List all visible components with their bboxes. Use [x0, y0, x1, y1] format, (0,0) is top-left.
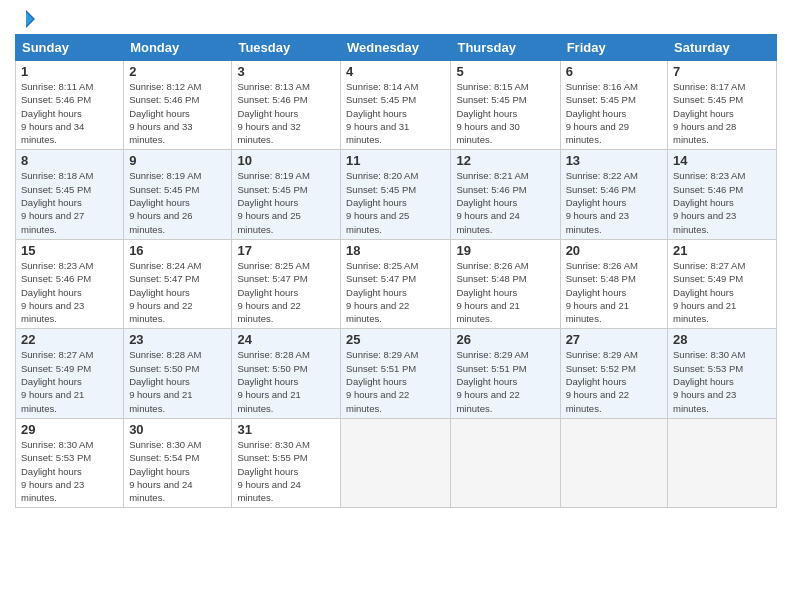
day-number: 30: [129, 422, 226, 437]
day-info: Sunrise: 8:26 AM Sunset: 5:48 PM Dayligh…: [456, 259, 554, 325]
calendar-week-3: 15 Sunrise: 8:23 AM Sunset: 5:46 PM Dayl…: [16, 239, 777, 328]
day-info: Sunrise: 8:21 AM Sunset: 5:46 PM Dayligh…: [456, 169, 554, 235]
day-number: 4: [346, 64, 445, 79]
calendar-header-thursday: Thursday: [451, 35, 560, 61]
calendar-cell: 17 Sunrise: 8:25 AM Sunset: 5:47 PM Dayl…: [232, 239, 341, 328]
day-info: Sunrise: 8:16 AM Sunset: 5:45 PM Dayligh…: [566, 80, 662, 146]
day-number: 16: [129, 243, 226, 258]
day-info: Sunrise: 8:27 AM Sunset: 5:49 PM Dayligh…: [673, 259, 771, 325]
calendar-header-saturday: Saturday: [668, 35, 777, 61]
day-number: 12: [456, 153, 554, 168]
day-number: 25: [346, 332, 445, 347]
calendar-header-friday: Friday: [560, 35, 667, 61]
calendar-cell: 31 Sunrise: 8:30 AM Sunset: 5:55 PM Dayl…: [232, 418, 341, 507]
calendar-cell: 2 Sunrise: 8:12 AM Sunset: 5:46 PM Dayli…: [124, 61, 232, 150]
day-number: 20: [566, 243, 662, 258]
calendar-cell: 24 Sunrise: 8:28 AM Sunset: 5:50 PM Dayl…: [232, 329, 341, 418]
calendar-cell: 6 Sunrise: 8:16 AM Sunset: 5:45 PM Dayli…: [560, 61, 667, 150]
calendar-cell: 12 Sunrise: 8:21 AM Sunset: 5:46 PM Dayl…: [451, 150, 560, 239]
day-info: Sunrise: 8:17 AM Sunset: 5:45 PM Dayligh…: [673, 80, 771, 146]
header: [15, 10, 777, 28]
day-info: Sunrise: 8:19 AM Sunset: 5:45 PM Dayligh…: [237, 169, 335, 235]
day-number: 9: [129, 153, 226, 168]
day-number: 8: [21, 153, 118, 168]
day-number: 3: [237, 64, 335, 79]
calendar-week-2: 8 Sunrise: 8:18 AM Sunset: 5:45 PM Dayli…: [16, 150, 777, 239]
day-number: 28: [673, 332, 771, 347]
calendar-week-1: 1 Sunrise: 8:11 AM Sunset: 5:46 PM Dayli…: [16, 61, 777, 150]
day-info: Sunrise: 8:15 AM Sunset: 5:45 PM Dayligh…: [456, 80, 554, 146]
logo-icon: [17, 10, 35, 28]
day-info: Sunrise: 8:29 AM Sunset: 5:52 PM Dayligh…: [566, 348, 662, 414]
calendar-cell: 19 Sunrise: 8:26 AM Sunset: 5:48 PM Dayl…: [451, 239, 560, 328]
day-info: Sunrise: 8:25 AM Sunset: 5:47 PM Dayligh…: [346, 259, 445, 325]
day-info: Sunrise: 8:28 AM Sunset: 5:50 PM Dayligh…: [237, 348, 335, 414]
calendar-cell: 23 Sunrise: 8:28 AM Sunset: 5:50 PM Dayl…: [124, 329, 232, 418]
calendar-cell: 1 Sunrise: 8:11 AM Sunset: 5:46 PM Dayli…: [16, 61, 124, 150]
calendar-cell: 8 Sunrise: 8:18 AM Sunset: 5:45 PM Dayli…: [16, 150, 124, 239]
day-number: 1: [21, 64, 118, 79]
day-info: Sunrise: 8:30 AM Sunset: 5:54 PM Dayligh…: [129, 438, 226, 504]
calendar-cell: 14 Sunrise: 8:23 AM Sunset: 5:46 PM Dayl…: [668, 150, 777, 239]
calendar-week-4: 22 Sunrise: 8:27 AM Sunset: 5:49 PM Dayl…: [16, 329, 777, 418]
day-info: Sunrise: 8:30 AM Sunset: 5:53 PM Dayligh…: [21, 438, 118, 504]
calendar-cell: 5 Sunrise: 8:15 AM Sunset: 5:45 PM Dayli…: [451, 61, 560, 150]
day-info: Sunrise: 8:19 AM Sunset: 5:45 PM Dayligh…: [129, 169, 226, 235]
calendar-cell: 11 Sunrise: 8:20 AM Sunset: 5:45 PM Dayl…: [341, 150, 451, 239]
calendar-header-row: SundayMondayTuesdayWednesdayThursdayFrid…: [16, 35, 777, 61]
calendar-cell: [560, 418, 667, 507]
day-number: 19: [456, 243, 554, 258]
day-number: 7: [673, 64, 771, 79]
day-number: 24: [237, 332, 335, 347]
day-info: Sunrise: 8:14 AM Sunset: 5:45 PM Dayligh…: [346, 80, 445, 146]
day-number: 18: [346, 243, 445, 258]
calendar-cell: [668, 418, 777, 507]
calendar-cell: 25 Sunrise: 8:29 AM Sunset: 5:51 PM Dayl…: [341, 329, 451, 418]
calendar-cell: [341, 418, 451, 507]
calendar-week-5: 29 Sunrise: 8:30 AM Sunset: 5:53 PM Dayl…: [16, 418, 777, 507]
calendar-header-sunday: Sunday: [16, 35, 124, 61]
day-info: Sunrise: 8:25 AM Sunset: 5:47 PM Dayligh…: [237, 259, 335, 325]
day-number: 14: [673, 153, 771, 168]
calendar-cell: 27 Sunrise: 8:29 AM Sunset: 5:52 PM Dayl…: [560, 329, 667, 418]
day-info: Sunrise: 8:23 AM Sunset: 5:46 PM Dayligh…: [21, 259, 118, 325]
calendar-header-monday: Monday: [124, 35, 232, 61]
day-info: Sunrise: 8:29 AM Sunset: 5:51 PM Dayligh…: [346, 348, 445, 414]
day-number: 17: [237, 243, 335, 258]
day-number: 13: [566, 153, 662, 168]
day-info: Sunrise: 8:11 AM Sunset: 5:46 PM Dayligh…: [21, 80, 118, 146]
day-number: 26: [456, 332, 554, 347]
day-number: 2: [129, 64, 226, 79]
day-info: Sunrise: 8:20 AM Sunset: 5:45 PM Dayligh…: [346, 169, 445, 235]
day-info: Sunrise: 8:22 AM Sunset: 5:46 PM Dayligh…: [566, 169, 662, 235]
day-number: 27: [566, 332, 662, 347]
day-number: 11: [346, 153, 445, 168]
calendar-cell: 9 Sunrise: 8:19 AM Sunset: 5:45 PM Dayli…: [124, 150, 232, 239]
calendar-cell: 20 Sunrise: 8:26 AM Sunset: 5:48 PM Dayl…: [560, 239, 667, 328]
day-info: Sunrise: 8:18 AM Sunset: 5:45 PM Dayligh…: [21, 169, 118, 235]
day-number: 15: [21, 243, 118, 258]
calendar-cell: 26 Sunrise: 8:29 AM Sunset: 5:51 PM Dayl…: [451, 329, 560, 418]
calendar-cell: 4 Sunrise: 8:14 AM Sunset: 5:45 PM Dayli…: [341, 61, 451, 150]
calendar-cell: 22 Sunrise: 8:27 AM Sunset: 5:49 PM Dayl…: [16, 329, 124, 418]
calendar-cell: 10 Sunrise: 8:19 AM Sunset: 5:45 PM Dayl…: [232, 150, 341, 239]
day-number: 6: [566, 64, 662, 79]
calendar-cell: 29 Sunrise: 8:30 AM Sunset: 5:53 PM Dayl…: [16, 418, 124, 507]
day-info: Sunrise: 8:27 AM Sunset: 5:49 PM Dayligh…: [21, 348, 118, 414]
calendar-cell: 3 Sunrise: 8:13 AM Sunset: 5:46 PM Dayli…: [232, 61, 341, 150]
day-info: Sunrise: 8:13 AM Sunset: 5:46 PM Dayligh…: [237, 80, 335, 146]
day-info: Sunrise: 8:29 AM Sunset: 5:51 PM Dayligh…: [456, 348, 554, 414]
day-number: 29: [21, 422, 118, 437]
day-info: Sunrise: 8:28 AM Sunset: 5:50 PM Dayligh…: [129, 348, 226, 414]
day-number: 21: [673, 243, 771, 258]
day-info: Sunrise: 8:23 AM Sunset: 5:46 PM Dayligh…: [673, 169, 771, 235]
calendar-cell: [451, 418, 560, 507]
calendar: SundayMondayTuesdayWednesdayThursdayFrid…: [15, 34, 777, 508]
calendar-cell: 30 Sunrise: 8:30 AM Sunset: 5:54 PM Dayl…: [124, 418, 232, 507]
day-info: Sunrise: 8:26 AM Sunset: 5:48 PM Dayligh…: [566, 259, 662, 325]
calendar-cell: 16 Sunrise: 8:24 AM Sunset: 5:47 PM Dayl…: [124, 239, 232, 328]
calendar-cell: 18 Sunrise: 8:25 AM Sunset: 5:47 PM Dayl…: [341, 239, 451, 328]
logo: [15, 10, 35, 28]
page: SundayMondayTuesdayWednesdayThursdayFrid…: [0, 0, 792, 612]
calendar-cell: 21 Sunrise: 8:27 AM Sunset: 5:49 PM Dayl…: [668, 239, 777, 328]
